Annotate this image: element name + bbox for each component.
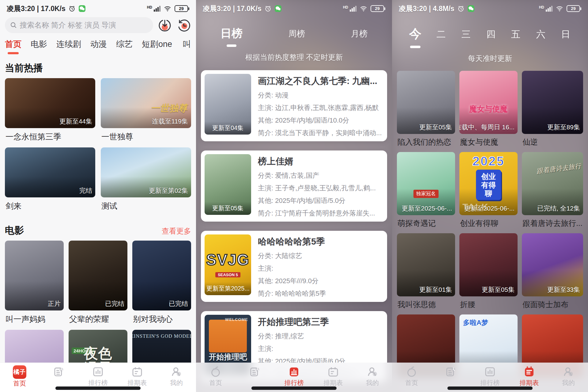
- ranking-title: 画江湖之不良人第七季: 九幽...: [258, 75, 383, 87]
- nav-profile[interactable]: 我的: [549, 365, 588, 386]
- poster-art-text: 2025: [472, 154, 504, 169]
- download-icon[interactable]: [157, 18, 172, 32]
- ranking-other: 其他: 2025年///9.0分: [258, 276, 383, 286]
- ranking-title: 哈哈哈哈哈第5季: [258, 236, 383, 248]
- episode-badge: 已完结: [169, 299, 188, 308]
- episode-badge: 更新至05集: [482, 285, 514, 294]
- poster-art-text: 开始推理吧: [209, 352, 247, 362]
- poster-card[interactable]: 更新至第02集 测试: [101, 147, 191, 217]
- home-indicator[interactable]: [55, 386, 141, 390]
- nav-profile[interactable]: 我的: [157, 365, 196, 386]
- nav-home[interactable]: 首页: [392, 365, 431, 386]
- nav-profile[interactable]: 我的: [353, 365, 392, 386]
- alarm-icon: [457, 5, 465, 12]
- nav-home[interactable]: 首页: [196, 365, 235, 386]
- day-tab-fri[interactable]: 五: [511, 28, 521, 47]
- day-tab-sat[interactable]: 六: [536, 28, 546, 47]
- tab-daily[interactable]: 日榜: [221, 26, 243, 47]
- poster-title: 测试: [101, 201, 190, 211]
- day-tab-wed[interactable]: 三: [461, 28, 471, 47]
- nav-news[interactable]: [235, 365, 274, 386]
- news-icon: [444, 365, 457, 378]
- day-tab-thu[interactable]: 四: [486, 28, 496, 47]
- tab-home[interactable]: 首页: [5, 39, 21, 54]
- hd-indicator: HD: [147, 5, 152, 10]
- news-icon: [52, 365, 65, 378]
- day-tab-sun[interactable]: 日: [560, 28, 571, 47]
- sponsor-tag: 独家冠名: [413, 190, 439, 198]
- nav-news[interactable]: [39, 365, 78, 386]
- battery-level: 29: [571, 6, 576, 11]
- alarm-icon: [68, 5, 76, 12]
- poster-card[interactable]: 独家冠名 更新至2025-06-... 萌探奇遇记: [397, 152, 455, 233]
- see-more-link[interactable]: 查看更多: [162, 226, 191, 236]
- day-tab-tue[interactable]: 二: [436, 28, 446, 47]
- nav-ranking[interactable]: 排行榜: [78, 365, 118, 386]
- poster-card[interactable]: 已完结 父辈的荣耀: [69, 241, 127, 330]
- poster-card[interactable]: 已完结 别对我动心: [132, 241, 191, 330]
- tab-anime[interactable]: 动漫: [90, 39, 107, 54]
- calendar-icon: [523, 365, 536, 378]
- poster-art-text: 跟着唐诗去旅行: [536, 162, 582, 176]
- tab-weekly[interactable]: 周榜: [288, 28, 305, 45]
- poster-card[interactable]: 更新至05集 陷入我们的热恋: [397, 71, 455, 152]
- poster-card[interactable]: 更新至44集 一念永恒第三季: [5, 78, 95, 147]
- wechat-icon: [78, 5, 86, 12]
- poster-card[interactable]: 更新至33集 假面骑士加布: [522, 233, 583, 314]
- poster-title: 跟着唐诗去旅行...: [522, 218, 582, 228]
- ranking-card[interactable]: 更新至05集 榜上佳婿 分类: 爱情,古装,国产 主演: 王子奇,卢昱晓,王弘毅…: [201, 150, 387, 222]
- wifi-icon: [164, 5, 171, 12]
- poster-card[interactable]: 2025 创业有得聊 TALK 更新至2025-06-... 创业有得聊: [459, 152, 518, 233]
- ranking-cast: 主演: 王子奇,卢昱晓,王弘毅,孔雪儿,鹤...: [258, 184, 383, 193]
- ranking-card[interactable]: SVJG SEASON 5 更新至第2025... 哈哈哈哈哈第5季 分类: 大…: [201, 231, 387, 302]
- nav-schedule[interactable]: 排期表: [510, 365, 549, 386]
- nav-news[interactable]: [431, 365, 470, 386]
- ranking-cast: 主演: 边江,申秋香,王凯,张惠霖,露西,杨默: [258, 103, 383, 112]
- poster-card[interactable]: 魔女与使魔 连载中、每周日 16... 魔女与使魔: [459, 71, 518, 152]
- signal-icon: [154, 6, 160, 12]
- poster-title: 我叫张思德: [398, 299, 454, 310]
- day-tab-today[interactable]: 今: [409, 25, 421, 48]
- poster-card[interactable]: 一世独尊 连载至119集 一世独尊: [101, 78, 191, 147]
- history-icon[interactable]: [176, 18, 191, 32]
- tab-series[interactable]: 连续剧: [56, 39, 81, 54]
- search-bar[interactable]: [5, 17, 153, 33]
- home-indicator[interactable]: [447, 386, 533, 390]
- poster-title: 假面骑士加布: [522, 299, 582, 310]
- tab-variety[interactable]: 综艺: [116, 39, 133, 54]
- poster-card[interactable]: 跟着唐诗去旅行 已完结, 全12集 跟着唐诗去旅行...: [522, 152, 583, 233]
- signal-icon: [546, 6, 552, 12]
- poster-card[interactable]: 正片 叫一声妈妈: [5, 241, 64, 330]
- poster-title: 剑来: [6, 201, 95, 211]
- nav-ranking[interactable]: 排行榜: [274, 365, 314, 386]
- poster-card[interactable]: 更新至05集 折腰: [459, 233, 518, 314]
- screen-ranking: 凌晨3:20 | 17.0K/s HD 29 日榜 周榜 月榜 根据当前热度整理…: [196, 0, 392, 392]
- home-indicator[interactable]: [251, 386, 337, 390]
- episode-badge: 连载中、每周日 16...: [459, 123, 514, 131]
- tab-shortdrama[interactable]: 短剧one: [142, 39, 172, 54]
- episode-badge: 更新至05集: [419, 123, 452, 131]
- ranking-title: 榜上佳婿: [258, 155, 383, 168]
- nav-schedule[interactable]: 排期表: [118, 365, 157, 386]
- wifi-icon: [556, 5, 563, 12]
- screen-home: 凌晨3:20 | 17.0K/s HD 29 首页 电影 连续剧 动漫 综艺 短…: [0, 0, 196, 392]
- ranking-card[interactable]: 更新至04集 画江湖之不良人第七季: 九幽... 分类: 动漫 主演: 边江,申…: [201, 70, 387, 141]
- tab-movies[interactable]: 电影: [31, 39, 47, 54]
- category-tabs: 首页 电影 连续剧 动漫 综艺 短剧one 叫: [5, 39, 196, 54]
- day-tabs: 今 二 三 四 五 六 日: [392, 28, 588, 48]
- tab-partial[interactable]: 叫: [181, 39, 192, 54]
- section-title-hot: 当前热播: [5, 62, 43, 74]
- ranking-poster: SVJG SEASON 5 更新至第2025...: [205, 234, 251, 295]
- nav-ranking[interactable]: 排行榜: [470, 365, 510, 386]
- poster-card[interactable]: 更新至89集 仙逆: [522, 71, 583, 152]
- poster-art-text: 创业有得聊: [476, 170, 501, 200]
- search-input[interactable]: [20, 21, 148, 29]
- hd-indicator: HD: [539, 5, 544, 10]
- nav-home[interactable]: 橘子 首页: [0, 365, 39, 387]
- nav-schedule[interactable]: 排期表: [314, 365, 353, 386]
- poster-card[interactable]: 完结 剑来: [5, 147, 95, 217]
- poster-card[interactable]: 更新至01集 我叫张思德: [397, 233, 455, 314]
- ranking-category: 分类: 大陆综艺: [258, 251, 383, 261]
- status-time-speed: 凌晨3:20 | 17.0K/s: [7, 4, 66, 13]
- tab-monthly[interactable]: 月榜: [351, 28, 368, 45]
